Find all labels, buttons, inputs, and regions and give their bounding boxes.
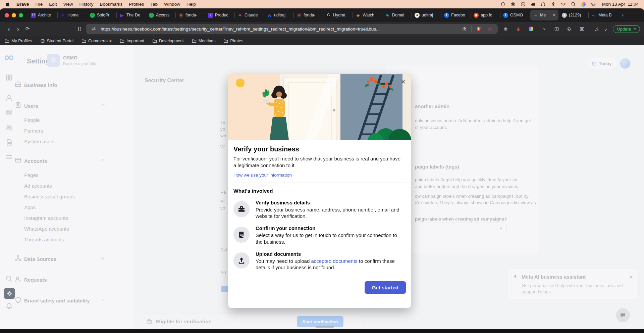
- sidebar-subitem-label: People: [24, 117, 40, 123]
- menu-item-bookmarks[interactable]: Bookmarks: [100, 2, 123, 7]
- tab-archite[interactable]: UArchite: [28, 8, 57, 22]
- how-we-use-link[interactable]: How we use your information: [233, 173, 406, 178]
- site-permissions-icon[interactable]: [89, 27, 98, 31]
- bookmark-pirates[interactable]: Pirates: [223, 39, 243, 43]
- wifi-icon[interactable]: [561, 2, 566, 7]
- page-content: Settings O OSMO Business portfolio Busin…: [0, 45, 644, 329]
- tab-access[interactable]: ϟAccess: [146, 8, 175, 22]
- tab-label: Meta B: [598, 13, 612, 17]
- back-button[interactable]: ‹: [4, 25, 13, 33]
- tab-meta-b[interactable]: ∞Meta B: [589, 8, 618, 22]
- reload-button[interactable]: ⟳: [23, 26, 32, 32]
- tab-uditraj[interactable]: Auditraj: [264, 8, 293, 22]
- zoom-window-button[interactable]: [19, 13, 23, 17]
- control-center-icon[interactable]: [591, 2, 596, 7]
- tab-uditraj[interactable]: ●uditraj: [412, 8, 441, 22]
- puzzle-icon[interactable]: [565, 27, 574, 32]
- menu-item-profiles[interactable]: Profiles: [129, 2, 144, 7]
- tab-watch[interactable]: ◈Watch: [353, 8, 382, 22]
- menu-item-tab[interactable]: Tab: [150, 2, 158, 7]
- media-icon[interactable]: ♪: [601, 26, 610, 32]
- portfolio-name: OSMO: [63, 55, 77, 60]
- brave-shield-icon[interactable]: [474, 26, 483, 32]
- sidebar-item-label: Users: [24, 103, 38, 109]
- url-bar[interactable]: https://business.facebook.com/latest/set…: [86, 24, 498, 34]
- s-icon[interactable]: S: [539, 27, 548, 32]
- brave-rewards-icon[interactable]: [486, 27, 494, 31]
- window-controls: [5, 13, 23, 17]
- url-text[interactable]: https://business.facebook.com/latest/set…: [101, 27, 457, 32]
- tab-favicon: f: [444, 13, 449, 18]
- cloud-icon[interactable]: [531, 2, 536, 7]
- box-search-icon[interactable]: [578, 27, 586, 32]
- tab--2129-[interactable]: ●(2129): [559, 8, 588, 22]
- help-chat-fab[interactable]: [616, 308, 630, 322]
- tab-me[interactable]: ∞Me✕: [530, 10, 558, 20]
- tab-osmo[interactable]: fOSMO: [500, 8, 530, 22]
- svg-text:S: S: [543, 27, 545, 31]
- menu-item-view[interactable]: View: [63, 2, 73, 7]
- tab-favicon: ∞: [591, 13, 596, 18]
- tab-label: OSMO: [510, 13, 523, 17]
- menu-items: BraveFileEditViewHistoryBookmarksProfile…: [16, 2, 202, 7]
- bookmark-development[interactable]: Development: [152, 39, 184, 43]
- tab-facebo[interactable]: fFacebo: [441, 8, 471, 22]
- folder-icon: [152, 39, 157, 43]
- menu-item-help[interactable]: Help: [186, 2, 196, 7]
- chevron-up-icon: [101, 158, 105, 164]
- tab-fonda-[interactable]: ◉fonda-: [176, 8, 205, 22]
- new-tab-button[interactable]: +: [618, 8, 628, 22]
- grid-box-icon[interactable]: [552, 27, 561, 32]
- share-icon[interactable]: [460, 27, 469, 32]
- tab-favicon: ◉: [474, 13, 479, 18]
- menu-item-file[interactable]: File: [36, 2, 43, 7]
- update-button[interactable]: Update ≡: [613, 25, 640, 33]
- tab-favicon: ∞: [533, 13, 538, 18]
- tab-the-de[interactable]: ▶The De: [117, 8, 146, 22]
- close-window-button[interactable]: [5, 13, 9, 17]
- headphones-icon[interactable]: [541, 2, 546, 7]
- loom-circle-icon[interactable]: [501, 27, 510, 32]
- starburst-icon[interactable]: [511, 2, 516, 7]
- menu-clock[interactable]: Mon 13 Apr 11:04: [602, 2, 639, 7]
- forward-button[interactable]: ›: [13, 25, 23, 33]
- tab-domai[interactable]: ∿Domai: [382, 8, 412, 22]
- tab-fonda-[interactable]: ◉fonda-: [294, 8, 323, 22]
- reading-list-icon[interactable]: [75, 27, 84, 32]
- apple-menu[interactable]: [5, 2, 10, 7]
- menu-item-window[interactable]: Window: [164, 2, 180, 7]
- modal-item-text: Verify business detailsProvide your busi…: [256, 200, 403, 220]
- scrollbar-thumb[interactable]: [316, 326, 334, 328]
- tab-claude[interactable]: ✳Claude: [235, 8, 264, 22]
- siri-icon[interactable]: [581, 2, 586, 7]
- menu-item-history[interactable]: History: [79, 2, 94, 7]
- bookmark-my-profiles[interactable]: My Profiles: [5, 39, 32, 43]
- bookmark-important[interactable]: Important: [120, 39, 144, 43]
- minimize-window-button[interactable]: [12, 13, 16, 17]
- bookmark-commerciax[interactable]: Commerciax: [82, 39, 112, 43]
- play-circle-icon[interactable]: [521, 2, 526, 7]
- sidebar-subitem-label: System users: [24, 139, 55, 144]
- sidebar-subitem-instagram-accounts: Instagram accounts: [0, 212, 134, 223]
- tab-hydrat[interactable]: GHydrat: [323, 8, 353, 22]
- bluetooth-icon[interactable]: [551, 2, 556, 7]
- spotlight-search-icon[interactable]: [571, 2, 576, 7]
- tab-home[interactable]: ⌂Home: [58, 8, 87, 22]
- tab-solopr[interactable]: ϟSoloPr: [87, 8, 116, 22]
- close-icon[interactable]: ✕: [400, 79, 406, 85]
- tab-produc[interactable]: ▪Produc: [205, 8, 234, 22]
- menu-item-brave[interactable]: Brave: [16, 2, 29, 7]
- downloads-icon[interactable]: [593, 27, 601, 32]
- bookmark-meetings[interactable]: Meetings: [192, 39, 216, 43]
- accepted-documents-link[interactable]: accepted documents: [311, 258, 357, 264]
- rainbow-icon[interactable]: [527, 27, 535, 31]
- upload-icon: [233, 252, 250, 269]
- hydrant-icon[interactable]: [514, 27, 523, 32]
- bookmark-student-portal[interactable]: Student Portal: [40, 39, 73, 43]
- get-started-button[interactable]: Get started: [365, 281, 406, 294]
- menu-item-edit[interactable]: Edit: [49, 2, 57, 7]
- close-icon[interactable]: ✕: [553, 13, 556, 17]
- focus-icon[interactable]: [500, 2, 505, 7]
- browser-menu-icon[interactable]: ≡: [633, 27, 636, 32]
- tab-app-fo[interactable]: ◉app.fo: [471, 8, 500, 22]
